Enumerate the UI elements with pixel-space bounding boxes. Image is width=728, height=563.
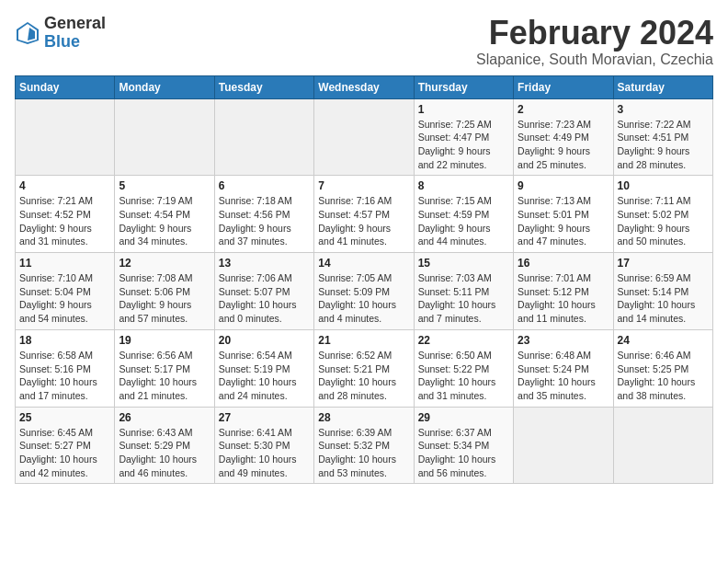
- calendar-header-row: SundayMondayTuesdayWednesdayThursdayFrid…: [16, 75, 713, 98]
- day-info: Sunrise: 7:13 AMSunset: 5:01 PMDaylight:…: [518, 194, 609, 248]
- day-number: 4: [19, 179, 110, 192]
- logo: General Blue: [15, 15, 106, 52]
- day-number: 6: [219, 179, 310, 192]
- day-number: 12: [119, 257, 210, 270]
- day-number: 22: [418, 334, 509, 347]
- week-row-5: 25Sunrise: 6:45 AMSunset: 5:27 PMDayligh…: [16, 407, 713, 484]
- logo-general: General: [44, 15, 106, 33]
- day-info: Sunrise: 6:39 AMSunset: 5:32 PMDaylight:…: [318, 426, 409, 480]
- day-cell: 20Sunrise: 6:54 AMSunset: 5:19 PMDayligh…: [214, 329, 313, 407]
- logo-icon: [15, 20, 40, 46]
- day-number: 26: [119, 411, 210, 424]
- day-info: Sunrise: 6:50 AMSunset: 5:22 PMDaylight:…: [418, 349, 509, 403]
- day-header-monday: Monday: [115, 75, 214, 98]
- day-info: Sunrise: 6:56 AMSunset: 5:17 PMDaylight:…: [119, 349, 210, 403]
- day-number: 27: [219, 411, 310, 424]
- logo-blue: Blue: [44, 33, 106, 52]
- day-cell: 15Sunrise: 7:03 AMSunset: 5:11 PMDayligh…: [414, 253, 513, 330]
- day-cell: 19Sunrise: 6:56 AMSunset: 5:17 PMDayligh…: [115, 329, 214, 407]
- day-cell: 3Sunrise: 7:22 AMSunset: 4:51 PMDaylight…: [613, 98, 712, 176]
- day-number: 5: [119, 179, 210, 192]
- day-cell: 28Sunrise: 6:39 AMSunset: 5:32 PMDayligh…: [314, 407, 414, 484]
- day-cell: 18Sunrise: 6:58 AMSunset: 5:16 PMDayligh…: [16, 329, 115, 407]
- day-number: 16: [518, 257, 609, 270]
- day-cell: 22Sunrise: 6:50 AMSunset: 5:22 PMDayligh…: [414, 329, 513, 407]
- day-info: Sunrise: 6:43 AMSunset: 5:29 PMDaylight:…: [119, 426, 210, 480]
- day-info: Sunrise: 7:11 AMSunset: 5:02 PMDaylight:…: [618, 194, 709, 248]
- day-info: Sunrise: 7:23 AMSunset: 4:49 PMDaylight:…: [518, 118, 609, 172]
- day-number: 9: [518, 179, 609, 192]
- day-number: 14: [318, 257, 409, 270]
- day-number: 7: [318, 179, 409, 192]
- day-info: Sunrise: 7:03 AMSunset: 5:11 PMDaylight:…: [418, 271, 509, 326]
- day-number: 1: [418, 103, 509, 116]
- day-info: Sunrise: 6:37 AMSunset: 5:34 PMDaylight:…: [418, 426, 509, 480]
- day-cell: [514, 407, 613, 484]
- day-number: 15: [418, 257, 509, 270]
- day-info: Sunrise: 6:41 AMSunset: 5:30 PMDaylight:…: [219, 426, 310, 480]
- day-number: 19: [119, 334, 210, 347]
- day-cell: 23Sunrise: 6:48 AMSunset: 5:24 PMDayligh…: [514, 329, 613, 407]
- day-cell: 27Sunrise: 6:41 AMSunset: 5:30 PMDayligh…: [214, 407, 313, 484]
- month-year: February 2024: [476, 15, 713, 52]
- day-number: 24: [618, 334, 709, 347]
- day-header-friday: Friday: [514, 75, 613, 98]
- header: General Blue February 2024 Slapanice, So…: [15, 15, 713, 68]
- day-info: Sunrise: 6:58 AMSunset: 5:16 PMDaylight:…: [19, 349, 110, 403]
- day-header-thursday: Thursday: [414, 75, 513, 98]
- day-number: 28: [318, 411, 409, 424]
- day-number: 18: [19, 334, 110, 347]
- day-cell: 11Sunrise: 7:10 AMSunset: 5:04 PMDayligh…: [16, 253, 115, 330]
- day-cell: 21Sunrise: 6:52 AMSunset: 5:21 PMDayligh…: [314, 329, 414, 407]
- day-cell: [16, 98, 115, 176]
- day-header-saturday: Saturday: [613, 75, 712, 98]
- day-info: Sunrise: 7:22 AMSunset: 4:51 PMDaylight:…: [618, 118, 709, 172]
- day-cell: 13Sunrise: 7:06 AMSunset: 5:07 PMDayligh…: [214, 253, 313, 330]
- day-header-sunday: Sunday: [16, 75, 115, 98]
- week-row-4: 18Sunrise: 6:58 AMSunset: 5:16 PMDayligh…: [16, 329, 713, 407]
- day-info: Sunrise: 7:25 AMSunset: 4:47 PMDaylight:…: [418, 118, 509, 172]
- day-cell: 9Sunrise: 7:13 AMSunset: 5:01 PMDaylight…: [514, 176, 613, 253]
- day-cell: 8Sunrise: 7:15 AMSunset: 4:59 PMDaylight…: [414, 176, 513, 253]
- day-number: 3: [618, 103, 709, 116]
- day-cell: 14Sunrise: 7:05 AMSunset: 5:09 PMDayligh…: [314, 253, 414, 330]
- location: Slapanice, South Moravian, Czechia: [476, 52, 713, 68]
- title-block: February 2024 Slapanice, South Moravian,…: [476, 15, 713, 68]
- day-info: Sunrise: 6:46 AMSunset: 5:25 PMDaylight:…: [618, 349, 709, 403]
- day-number: 2: [518, 103, 609, 116]
- day-number: 29: [418, 411, 509, 424]
- day-info: Sunrise: 7:21 AMSunset: 4:52 PMDaylight:…: [19, 194, 110, 248]
- day-info: Sunrise: 6:48 AMSunset: 5:24 PMDaylight:…: [518, 349, 609, 403]
- day-info: Sunrise: 7:05 AMSunset: 5:09 PMDaylight:…: [318, 271, 409, 326]
- day-info: Sunrise: 7:01 AMSunset: 5:12 PMDaylight:…: [518, 271, 609, 326]
- day-info: Sunrise: 7:19 AMSunset: 4:54 PMDaylight:…: [119, 194, 210, 248]
- day-cell: [613, 407, 712, 484]
- day-number: 10: [618, 179, 709, 192]
- day-cell: 7Sunrise: 7:16 AMSunset: 4:57 PMDaylight…: [314, 176, 414, 253]
- day-number: 17: [618, 257, 709, 270]
- day-cell: 1Sunrise: 7:25 AMSunset: 4:47 PMDaylight…: [414, 98, 513, 176]
- day-number: 11: [19, 257, 110, 270]
- day-cell: 10Sunrise: 7:11 AMSunset: 5:02 PMDayligh…: [613, 176, 712, 253]
- day-info: Sunrise: 6:45 AMSunset: 5:27 PMDaylight:…: [19, 426, 110, 480]
- day-cell: 4Sunrise: 7:21 AMSunset: 4:52 PMDaylight…: [16, 176, 115, 253]
- day-info: Sunrise: 7:06 AMSunset: 5:07 PMDaylight:…: [219, 271, 310, 326]
- day-cell: 26Sunrise: 6:43 AMSunset: 5:29 PMDayligh…: [115, 407, 214, 484]
- day-info: Sunrise: 6:54 AMSunset: 5:19 PMDaylight:…: [219, 349, 310, 403]
- day-cell: 25Sunrise: 6:45 AMSunset: 5:27 PMDayligh…: [16, 407, 115, 484]
- day-number: 13: [219, 257, 310, 270]
- day-cell: 12Sunrise: 7:08 AMSunset: 5:06 PMDayligh…: [115, 253, 214, 330]
- day-cell: [115, 98, 214, 176]
- day-cell: 6Sunrise: 7:18 AMSunset: 4:56 PMDaylight…: [214, 176, 313, 253]
- week-row-2: 4Sunrise: 7:21 AMSunset: 4:52 PMDaylight…: [16, 176, 713, 253]
- calendar: SundayMondayTuesdayWednesdayThursdayFrid…: [15, 75, 713, 485]
- day-info: Sunrise: 7:08 AMSunset: 5:06 PMDaylight:…: [119, 271, 210, 326]
- day-cell: 29Sunrise: 6:37 AMSunset: 5:34 PMDayligh…: [414, 407, 513, 484]
- day-header-tuesday: Tuesday: [214, 75, 313, 98]
- day-cell: [314, 98, 414, 176]
- day-info: Sunrise: 7:18 AMSunset: 4:56 PMDaylight:…: [219, 194, 310, 248]
- day-number: 20: [219, 334, 310, 347]
- day-cell: 17Sunrise: 6:59 AMSunset: 5:14 PMDayligh…: [613, 253, 712, 330]
- day-info: Sunrise: 7:16 AMSunset: 4:57 PMDaylight:…: [318, 194, 409, 248]
- day-cell: 24Sunrise: 6:46 AMSunset: 5:25 PMDayligh…: [613, 329, 712, 407]
